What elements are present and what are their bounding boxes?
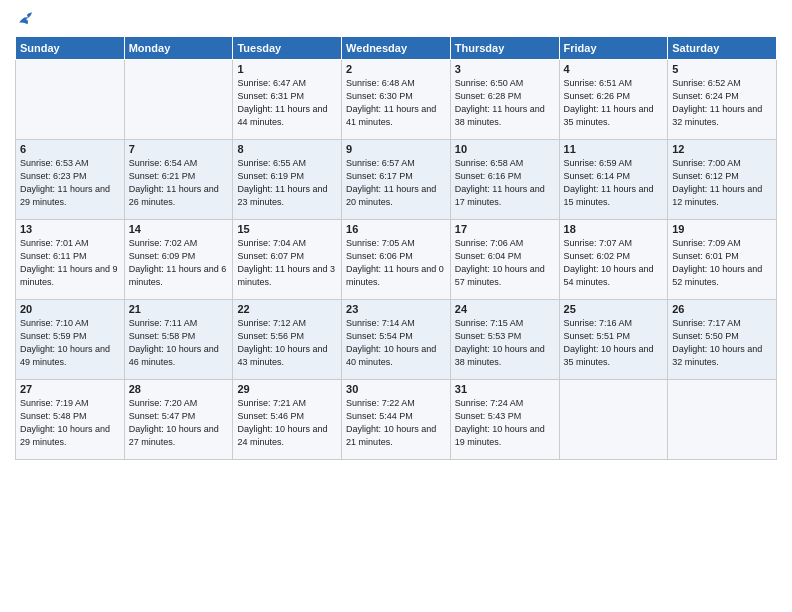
sunrise-text: Sunrise: 7:17 AM	[672, 317, 772, 330]
calendar-cell: 18Sunrise: 7:07 AMSunset: 6:02 PMDayligh…	[559, 220, 668, 300]
calendar-cell: 28Sunrise: 7:20 AMSunset: 5:47 PMDayligh…	[124, 380, 233, 460]
sunset-text: Sunset: 6:19 PM	[237, 170, 337, 183]
daylight-text: Daylight: 10 hours and 43 minutes.	[237, 343, 337, 369]
calendar-cell: 19Sunrise: 7:09 AMSunset: 6:01 PMDayligh…	[668, 220, 777, 300]
sunset-text: Sunset: 5:53 PM	[455, 330, 555, 343]
daylight-text: Daylight: 10 hours and 24 minutes.	[237, 423, 337, 449]
sunrise-text: Sunrise: 7:12 AM	[237, 317, 337, 330]
calendar-row: 20Sunrise: 7:10 AMSunset: 5:59 PMDayligh…	[16, 300, 777, 380]
cell-content: Sunrise: 7:21 AMSunset: 5:46 PMDaylight:…	[237, 397, 337, 449]
col-saturday: Saturday	[668, 37, 777, 60]
calendar-cell: 10Sunrise: 6:58 AMSunset: 6:16 PMDayligh…	[450, 140, 559, 220]
daylight-text: Daylight: 11 hours and 9 minutes.	[20, 263, 120, 289]
cell-content: Sunrise: 6:48 AMSunset: 6:30 PMDaylight:…	[346, 77, 446, 129]
calendar-cell: 13Sunrise: 7:01 AMSunset: 6:11 PMDayligh…	[16, 220, 125, 300]
calendar-cell: 29Sunrise: 7:21 AMSunset: 5:46 PMDayligh…	[233, 380, 342, 460]
daylight-text: Daylight: 10 hours and 46 minutes.	[129, 343, 229, 369]
daylight-text: Daylight: 11 hours and 15 minutes.	[564, 183, 664, 209]
sunset-text: Sunset: 6:28 PM	[455, 90, 555, 103]
daylight-text: Daylight: 10 hours and 29 minutes.	[20, 423, 120, 449]
col-wednesday: Wednesday	[342, 37, 451, 60]
sunrise-text: Sunrise: 6:52 AM	[672, 77, 772, 90]
calendar-cell	[16, 60, 125, 140]
daylight-text: Daylight: 11 hours and 35 minutes.	[564, 103, 664, 129]
sunset-text: Sunset: 5:59 PM	[20, 330, 120, 343]
sunset-text: Sunset: 6:17 PM	[346, 170, 446, 183]
sunrise-text: Sunrise: 7:24 AM	[455, 397, 555, 410]
sunset-text: Sunset: 6:21 PM	[129, 170, 229, 183]
sunrise-text: Sunrise: 7:09 AM	[672, 237, 772, 250]
day-number: 20	[20, 303, 120, 315]
calendar-cell: 2Sunrise: 6:48 AMSunset: 6:30 PMDaylight…	[342, 60, 451, 140]
day-number: 1	[237, 63, 337, 75]
cell-content: Sunrise: 6:54 AMSunset: 6:21 PMDaylight:…	[129, 157, 229, 209]
calendar-cell: 21Sunrise: 7:11 AMSunset: 5:58 PMDayligh…	[124, 300, 233, 380]
calendar-table: Sunday Monday Tuesday Wednesday Thursday…	[15, 36, 777, 460]
sunrise-text: Sunrise: 7:01 AM	[20, 237, 120, 250]
sunset-text: Sunset: 6:07 PM	[237, 250, 337, 263]
cell-content: Sunrise: 7:16 AMSunset: 5:51 PMDaylight:…	[564, 317, 664, 369]
daylight-text: Daylight: 10 hours and 21 minutes.	[346, 423, 446, 449]
day-number: 29	[237, 383, 337, 395]
day-number: 6	[20, 143, 120, 155]
cell-content: Sunrise: 7:14 AMSunset: 5:54 PMDaylight:…	[346, 317, 446, 369]
daylight-text: Daylight: 11 hours and 6 minutes.	[129, 263, 229, 289]
sunrise-text: Sunrise: 6:59 AM	[564, 157, 664, 170]
cell-content: Sunrise: 6:57 AMSunset: 6:17 PMDaylight:…	[346, 157, 446, 209]
sunrise-text: Sunrise: 7:16 AM	[564, 317, 664, 330]
cell-content: Sunrise: 6:55 AMSunset: 6:19 PMDaylight:…	[237, 157, 337, 209]
calendar-row: 6Sunrise: 6:53 AMSunset: 6:23 PMDaylight…	[16, 140, 777, 220]
day-number: 16	[346, 223, 446, 235]
daylight-text: Daylight: 11 hours and 12 minutes.	[672, 183, 772, 209]
day-number: 26	[672, 303, 772, 315]
daylight-text: Daylight: 11 hours and 23 minutes.	[237, 183, 337, 209]
sunrise-text: Sunrise: 6:50 AM	[455, 77, 555, 90]
sunrise-text: Sunrise: 6:54 AM	[129, 157, 229, 170]
day-number: 13	[20, 223, 120, 235]
sunset-text: Sunset: 6:12 PM	[672, 170, 772, 183]
cell-content: Sunrise: 7:17 AMSunset: 5:50 PMDaylight:…	[672, 317, 772, 369]
calendar-cell	[668, 380, 777, 460]
day-number: 24	[455, 303, 555, 315]
cell-content: Sunrise: 7:07 AMSunset: 6:02 PMDaylight:…	[564, 237, 664, 289]
day-number: 7	[129, 143, 229, 155]
sunrise-text: Sunrise: 7:07 AM	[564, 237, 664, 250]
cell-content: Sunrise: 7:09 AMSunset: 6:01 PMDaylight:…	[672, 237, 772, 289]
cell-content: Sunrise: 7:19 AMSunset: 5:48 PMDaylight:…	[20, 397, 120, 449]
daylight-text: Daylight: 10 hours and 52 minutes.	[672, 263, 772, 289]
sunset-text: Sunset: 5:51 PM	[564, 330, 664, 343]
sunset-text: Sunset: 6:09 PM	[129, 250, 229, 263]
sunrise-text: Sunrise: 6:47 AM	[237, 77, 337, 90]
calendar-cell: 1Sunrise: 6:47 AMSunset: 6:31 PMDaylight…	[233, 60, 342, 140]
day-number: 8	[237, 143, 337, 155]
col-sunday: Sunday	[16, 37, 125, 60]
sunrise-text: Sunrise: 7:15 AM	[455, 317, 555, 330]
day-number: 9	[346, 143, 446, 155]
calendar-cell: 17Sunrise: 7:06 AMSunset: 6:04 PMDayligh…	[450, 220, 559, 300]
col-monday: Monday	[124, 37, 233, 60]
sunrise-text: Sunrise: 6:58 AM	[455, 157, 555, 170]
cell-content: Sunrise: 7:02 AMSunset: 6:09 PMDaylight:…	[129, 237, 229, 289]
sunset-text: Sunset: 5:48 PM	[20, 410, 120, 423]
cell-content: Sunrise: 6:59 AMSunset: 6:14 PMDaylight:…	[564, 157, 664, 209]
calendar-cell: 26Sunrise: 7:17 AMSunset: 5:50 PMDayligh…	[668, 300, 777, 380]
sunset-text: Sunset: 5:47 PM	[129, 410, 229, 423]
calendar-cell: 30Sunrise: 7:22 AMSunset: 5:44 PMDayligh…	[342, 380, 451, 460]
sunrise-text: Sunrise: 6:51 AM	[564, 77, 664, 90]
cell-content: Sunrise: 7:10 AMSunset: 5:59 PMDaylight:…	[20, 317, 120, 369]
sunset-text: Sunset: 6:01 PM	[672, 250, 772, 263]
sunrise-text: Sunrise: 7:20 AM	[129, 397, 229, 410]
sunset-text: Sunset: 6:23 PM	[20, 170, 120, 183]
daylight-text: Daylight: 11 hours and 29 minutes.	[20, 183, 120, 209]
sunset-text: Sunset: 6:30 PM	[346, 90, 446, 103]
day-number: 3	[455, 63, 555, 75]
calendar-cell: 3Sunrise: 6:50 AMSunset: 6:28 PMDaylight…	[450, 60, 559, 140]
sunset-text: Sunset: 6:06 PM	[346, 250, 446, 263]
sunset-text: Sunset: 6:24 PM	[672, 90, 772, 103]
cell-content: Sunrise: 7:05 AMSunset: 6:06 PMDaylight:…	[346, 237, 446, 289]
page: Sunday Monday Tuesday Wednesday Thursday…	[0, 0, 792, 612]
day-number: 5	[672, 63, 772, 75]
daylight-text: Daylight: 10 hours and 54 minutes.	[564, 263, 664, 289]
sunset-text: Sunset: 6:14 PM	[564, 170, 664, 183]
cell-content: Sunrise: 6:58 AMSunset: 6:16 PMDaylight:…	[455, 157, 555, 209]
